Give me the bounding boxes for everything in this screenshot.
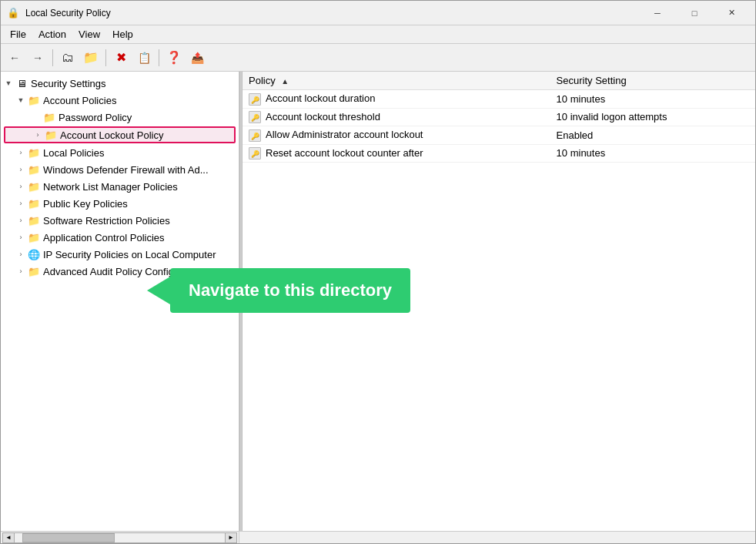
delete-button[interactable]: ✖ bbox=[110, 47, 132, 69]
callout-container: Navigate to this directory bbox=[170, 268, 410, 313]
tree-item-local-policies[interactable]: › 📁 Local Policies bbox=[1, 144, 239, 161]
advanced-audit-icon: 📁 bbox=[27, 265, 41, 277]
main-content: ▼ 🖥 Security Settings ▼ 📁 Account Polici… bbox=[1, 72, 755, 531]
setting-cell: 10 invalid logon attempts bbox=[550, 108, 755, 126]
software-restriction-toggle: › bbox=[15, 214, 27, 227]
scroll-left[interactable]: ◄ bbox=[2, 532, 15, 543]
network-list-icon: 📁 bbox=[27, 180, 41, 193]
menu-file[interactable]: File bbox=[4, 27, 32, 42]
tree-item-software-restriction[interactable]: › 📁 Software Restriction Policies bbox=[1, 212, 239, 229]
tree-item-network-list[interactable]: › 📁 Network List Manager Policies bbox=[1, 178, 239, 195]
export-button[interactable]: 📤 bbox=[186, 47, 208, 69]
policy-label: Reset account lockout counter after bbox=[266, 147, 423, 159]
setting-cell: 10 minutes bbox=[550, 144, 755, 163]
back-button[interactable]: ← bbox=[4, 47, 25, 69]
local-policies-label: Local Policies bbox=[41, 147, 105, 159]
policy-cell: 🔑Account lockout threshold bbox=[243, 108, 550, 126]
account-lockout-label: Account Lockout Policy bbox=[58, 129, 163, 141]
account-policies-label: Account Policies bbox=[41, 95, 116, 106]
public-key-toggle: › bbox=[15, 197, 27, 210]
app-icon: 🔒 bbox=[7, 7, 19, 19]
toolbar-separator-3 bbox=[159, 49, 159, 66]
root-label: Security Settings bbox=[28, 78, 106, 89]
policy-cell: 🔑Reset account lockout counter after bbox=[243, 144, 550, 163]
window-title: Local Security Policy bbox=[25, 8, 640, 18]
toolbar: ← → 🗂 📁 ✖ 📋 ❓ 📤 bbox=[1, 44, 755, 72]
windows-defender-label: Windows Defender Firewall with Ad... bbox=[41, 164, 209, 176]
column-policy[interactable]: Policy ▲ bbox=[243, 72, 550, 90]
bottom-bar: ◄ ► bbox=[1, 531, 755, 543]
network-list-toggle: › bbox=[15, 180, 27, 193]
tree-item-windows-defender[interactable]: › 📁 Windows Defender Firewall with Ad... bbox=[1, 161, 239, 178]
table-row[interactable]: 🔑Account lockout threshold10 invalid log… bbox=[243, 108, 755, 126]
menu-bar: File Action View Help bbox=[1, 25, 755, 44]
tree-item-public-key[interactable]: › 📁 Public Key Policies bbox=[1, 195, 239, 212]
software-restriction-label: Software Restriction Policies bbox=[41, 215, 170, 227]
app-control-icon: 📁 bbox=[27, 231, 41, 243]
policy-icon: 🔑 bbox=[249, 147, 261, 160]
right-pane-bottom bbox=[239, 532, 755, 543]
scroll-right[interactable]: ► bbox=[225, 532, 237, 543]
table-row[interactable]: 🔑Account lockout duration10 minutes bbox=[243, 90, 755, 109]
table-row[interactable]: 🔑Reset account lockout counter after10 m… bbox=[243, 144, 755, 163]
callout-box: Navigate to this directory bbox=[170, 268, 410, 313]
windows-defender-icon: 📁 bbox=[27, 163, 41, 176]
network-list-label: Network List Manager Policies bbox=[41, 181, 178, 193]
maximize-button[interactable]: □ bbox=[677, 2, 712, 25]
policy-cell: 🔑Account lockout duration bbox=[243, 90, 550, 109]
tree-item-password-policy[interactable]: 📁 Password Policy bbox=[1, 109, 239, 126]
policy-icon: 🔑 bbox=[249, 93, 261, 106]
window-controls: ─ □ ✕ bbox=[640, 2, 749, 25]
local-policies-toggle: › bbox=[15, 146, 27, 159]
policy-icon: 🔑 bbox=[249, 129, 261, 142]
policy-label: Account lockout duration bbox=[266, 92, 375, 104]
account-policies-toggle: ▼ bbox=[15, 94, 27, 106]
callout-text: Navigate to this directory bbox=[189, 280, 392, 300]
root-toggle: ▼ bbox=[2, 77, 15, 89]
account-lockout-icon: 📁 bbox=[44, 129, 58, 141]
forward-button[interactable]: → bbox=[27, 47, 49, 69]
sort-arrow: ▲ bbox=[281, 77, 289, 86]
properties-button[interactable]: 📋 bbox=[133, 47, 155, 69]
menu-help[interactable]: Help bbox=[106, 27, 139, 42]
tree-item-app-control[interactable]: › 📁 Application Control Policies bbox=[1, 229, 239, 246]
ip-security-label: IP Security Policies on Local Computer bbox=[41, 249, 216, 260]
account-policies-icon: 📁 bbox=[27, 94, 41, 106]
policy-label: Allow Administrator account lockout bbox=[266, 129, 423, 140]
close-button[interactable]: ✕ bbox=[714, 2, 749, 25]
tree-item-ip-security[interactable]: › 🌐 IP Security Policies on Local Comput… bbox=[1, 246, 239, 263]
scroll-track[interactable] bbox=[15, 532, 225, 543]
menu-action[interactable]: Action bbox=[32, 27, 72, 42]
advanced-audit-toggle: › bbox=[15, 265, 27, 277]
public-key-label: Public Key Policies bbox=[41, 198, 128, 210]
toolbar-separator-1 bbox=[52, 49, 53, 66]
title-bar: 🔒 Local Security Policy ─ □ ✕ bbox=[1, 1, 755, 25]
ip-security-icon: 🌐 bbox=[27, 248, 41, 260]
tree-item-account-lockout[interactable]: › 📁 Account Lockout Policy bbox=[4, 126, 236, 143]
local-policies-icon: 📁 bbox=[27, 146, 41, 159]
setting-cell: 10 minutes bbox=[550, 90, 755, 109]
password-policy-icon: 📁 bbox=[42, 111, 56, 123]
scroll-thumb bbox=[22, 533, 115, 542]
app-control-label: Application Control Policies bbox=[41, 232, 165, 243]
software-restriction-icon: 📁 bbox=[27, 214, 41, 227]
password-policy-toggle bbox=[30, 111, 42, 123]
ip-security-toggle: › bbox=[15, 248, 27, 260]
folder-button[interactable]: 🗂 bbox=[57, 47, 79, 69]
help-button[interactable]: ❓ bbox=[163, 47, 185, 69]
setting-cell: Enabled bbox=[550, 126, 755, 145]
public-key-icon: 📁 bbox=[27, 197, 41, 210]
tree-root[interactable]: ▼ 🖥 Security Settings bbox=[1, 75, 239, 92]
account-lockout-toggle: › bbox=[32, 129, 44, 141]
table-row[interactable]: 🔑Allow Administrator account lockoutEnab… bbox=[243, 126, 755, 145]
tree-scrollbar: ◄ ► bbox=[1, 532, 239, 543]
tree-item-account-policies[interactable]: ▼ 📁 Account Policies bbox=[1, 92, 239, 109]
show-hide-tree-button[interactable]: 📁 bbox=[80, 47, 102, 69]
minimize-button[interactable]: ─ bbox=[640, 2, 675, 25]
column-security-setting[interactable]: Security Setting bbox=[550, 72, 755, 90]
policy-label: Account lockout threshold bbox=[266, 111, 380, 123]
toolbar-separator-2 bbox=[105, 49, 106, 66]
main-window: 🔒 Local Security Policy ─ □ ✕ File Actio… bbox=[0, 0, 756, 544]
menu-view[interactable]: View bbox=[72, 27, 106, 42]
root-icon: 🖥 bbox=[15, 77, 28, 89]
